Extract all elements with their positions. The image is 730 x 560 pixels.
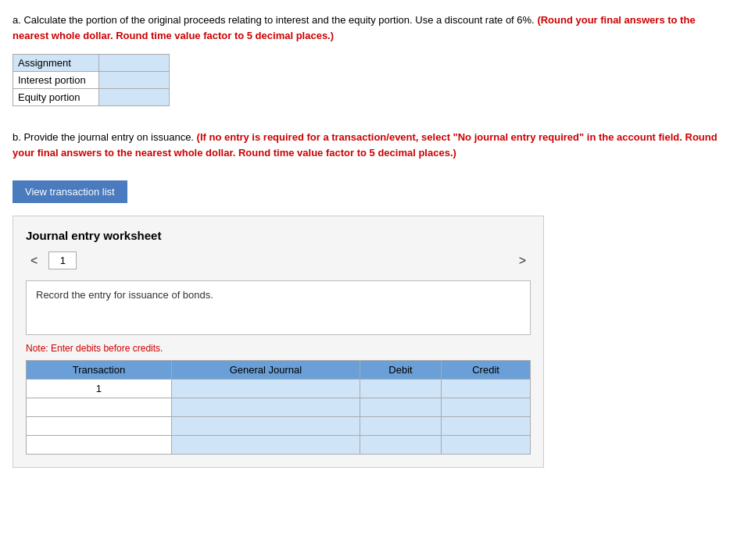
table-row: Equity portion xyxy=(13,89,170,106)
row1-transaction: 1 xyxy=(27,380,172,398)
assignment-header-value xyxy=(99,55,170,72)
section-a: a. Calculate the portion of the original… xyxy=(13,12,717,106)
assignment-header-label: Assignment xyxy=(13,55,99,72)
section-b: b. Provide the journal entry on issuance… xyxy=(13,130,717,468)
row4-general-journal-input[interactable] xyxy=(171,436,360,455)
equity-portion-input[interactable] xyxy=(99,89,170,106)
row2-transaction xyxy=(27,398,172,417)
interest-portion-label: Interest portion xyxy=(13,72,99,89)
row3-credit-input[interactable] xyxy=(442,417,531,436)
row3-debit-input[interactable] xyxy=(360,417,441,436)
col-debit: Debit xyxy=(360,361,441,380)
row2-credit-input[interactable] xyxy=(442,398,531,417)
equity-portion-label: Equity portion xyxy=(13,89,99,106)
worksheet-nav-row: < 1 > xyxy=(26,251,531,269)
worksheet-title: Journal entry worksheet xyxy=(26,229,531,242)
interest-portion-input[interactable] xyxy=(99,72,170,89)
row1-credit-input[interactable] xyxy=(442,380,531,398)
journal-table: Transaction General Journal Debit Credit… xyxy=(26,360,531,455)
row2-general-journal-input[interactable] xyxy=(171,398,360,417)
section-b-instruction: b. Provide the journal entry on issuance… xyxy=(13,130,717,160)
row4-transaction xyxy=(27,436,172,455)
row4-credit-input[interactable] xyxy=(442,436,531,455)
row1-debit-input[interactable] xyxy=(360,380,441,398)
table-row: Interest portion xyxy=(13,72,170,89)
col-transaction: Transaction xyxy=(27,361,172,380)
entry-description: Record the entry for issuance of bonds. xyxy=(26,280,531,335)
row4-debit-input[interactable] xyxy=(360,436,441,455)
section-a-instruction: a. Calculate the portion of the original… xyxy=(13,12,717,43)
journal-entry-worksheet: Journal entry worksheet < 1 > Record the… xyxy=(13,216,544,468)
table-row xyxy=(27,398,531,417)
col-general-journal: General Journal xyxy=(171,361,360,380)
table-row xyxy=(27,436,531,455)
table-row: 1 xyxy=(27,380,531,398)
assignment-table: Assignment Interest portion Equity porti… xyxy=(13,54,170,106)
note-text: Note: Enter debits before credits. xyxy=(26,343,531,354)
current-tab[interactable]: 1 xyxy=(48,251,77,269)
row2-debit-input[interactable] xyxy=(360,398,441,417)
col-credit: Credit xyxy=(442,361,531,380)
nav-right-arrow[interactable]: > xyxy=(514,252,531,269)
row3-transaction xyxy=(27,417,172,436)
nav-left-arrow[interactable]: < xyxy=(26,252,42,269)
row1-general-journal-input[interactable] xyxy=(171,380,360,398)
table-row xyxy=(27,417,531,436)
row3-general-journal-input[interactable] xyxy=(171,417,360,436)
view-transaction-list-button[interactable]: View transaction list xyxy=(13,180,127,203)
